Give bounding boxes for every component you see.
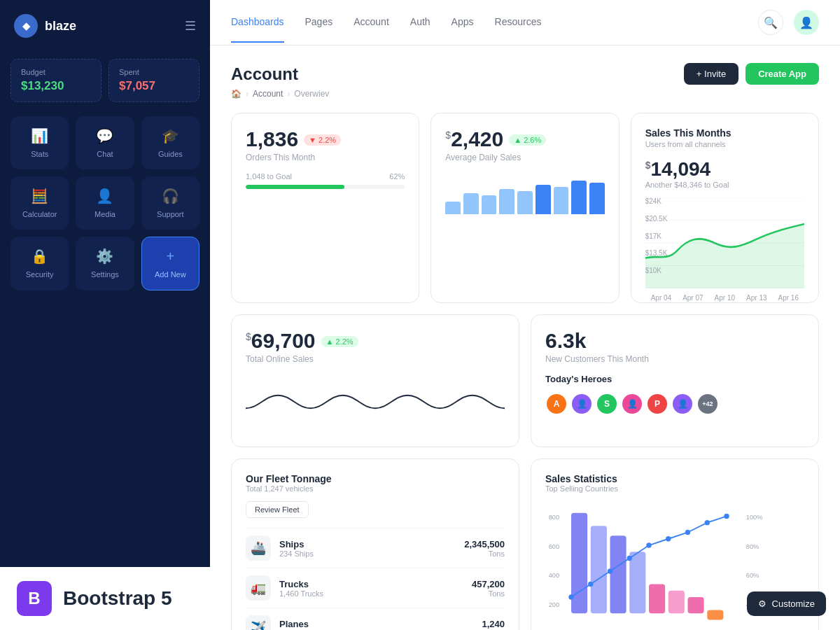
sidebar-item-guides[interactable]: 🎓 Guides [141, 116, 200, 169]
daily-sales-value: $2,420 [445, 127, 503, 151]
y-label: $17K [645, 232, 668, 240]
svg-text:400: 400 [549, 572, 559, 579]
fleet-value: 457,200 Tons [472, 579, 505, 598]
fleet-info: Planes 8 Aircrafts [279, 619, 473, 631]
x-label: Apr 04 [651, 294, 671, 302]
online-sales-value: $69,700 [246, 329, 316, 353]
page-title-row: Account + Invite Create App [231, 63, 819, 85]
topnav-link-resources[interactable]: Resources [495, 2, 542, 43]
chat-icon: 💬 [96, 127, 113, 144]
topnav-link-apps[interactable]: Apps [451, 2, 474, 43]
online-sales-number-row: $69,700 ▲ 2.2% [246, 329, 505, 354]
x-label: Apr 16 [778, 294, 799, 302]
fleet-value: 1,240 Tons [482, 619, 505, 631]
settings-icon: ⚙️ [96, 248, 113, 265]
mini-bar-5 [536, 185, 551, 214]
fleet-icon: ✈️ [246, 615, 271, 630]
y-label: $13.5K [645, 249, 668, 257]
online-sales-label: Total Online Sales [246, 354, 505, 364]
x-labels: Apr 04Apr 07Apr 10Apr 13Apr 16 [645, 294, 804, 302]
breadcrumb-account[interactable]: Account [253, 89, 283, 99]
create-app-button[interactable]: Create App [746, 63, 819, 85]
x-label: Apr 07 [682, 294, 703, 302]
topnav-link-dashboards[interactable]: Dashboards [231, 2, 284, 43]
settings-label: Settings [91, 270, 119, 279]
svg-text:600: 600 [549, 543, 559, 550]
nav-grid: 📊 Stats💬 Chat🎓 Guides🧮 Calculator👤 Media… [0, 116, 210, 290]
page-content: Account + Invite Create App 🏠 › Account … [210, 46, 840, 630]
fleet-count: 234 Ships [279, 550, 456, 558]
mini-bar-8 [589, 183, 605, 214]
mini-bar-3 [499, 189, 514, 214]
budget-label: Budget [21, 68, 91, 76]
mini-bar-4 [517, 191, 533, 214]
fleet-row: ✈️ Planes 8 Aircrafts 1,240 Tons [246, 608, 505, 630]
chat-label: Chat [97, 150, 113, 158]
heroes-title: Today's Heroes [545, 374, 804, 384]
page-title: Account [231, 64, 298, 84]
second-row: $69,700 ▲ 2.2% Total Online Sales 6.3k N… [231, 314, 819, 447]
nav-links: DashboardsPagesAccountAuthAppsResources [231, 2, 541, 43]
svg-text:100%: 100% [746, 514, 763, 521]
customize-icon: ⚙ [758, 598, 766, 609]
svg-rect-12 [629, 552, 645, 613]
add-new-label: Add New [155, 270, 186, 279]
topnav-right: 🔍 👤 [758, 10, 819, 35]
sales-month-number: $14,094 [645, 158, 804, 181]
breadcrumb: 🏠 › Account › Overwiev [231, 89, 819, 99]
sidebar-item-chat[interactable]: 💬 Chat [76, 116, 134, 169]
bottom-row: Our Fleet Tonnage Total 1,247 vehicles R… [231, 458, 819, 630]
app-name: blaze [45, 19, 76, 34]
mini-bar-7 [571, 181, 587, 214]
sales-stats-sub: Top Selling Countries [545, 484, 804, 493]
mini-bar-1 [463, 193, 479, 214]
sidebar-item-calculator[interactable]: 🧮 Calculator [10, 176, 69, 230]
page-actions: + Invite Create App [684, 63, 819, 85]
fleet-unit: Tons [464, 550, 505, 558]
guides-label: Guides [158, 150, 183, 158]
search-button[interactable]: 🔍 [758, 10, 783, 35]
online-sales-badge: ▲ 2.2% [321, 336, 358, 347]
topnav-link-auth[interactable]: Auth [410, 2, 430, 43]
sidebar-item-stats[interactable]: 📊 Stats [10, 116, 69, 169]
sidebar-menu-icon[interactable]: ☰ [185, 18, 196, 34]
calculator-icon: 🧮 [31, 188, 48, 204]
stats-icon: 📊 [31, 127, 48, 144]
fleet-num: 1,240 [482, 619, 505, 629]
daily-sales-number-row: $2,420 ▲ 2.6% [445, 127, 604, 153]
sidebar-item-media[interactable]: 👤 Media [76, 176, 134, 230]
support-icon: 🎧 [162, 188, 179, 204]
logo-area: ◆ blaze [14, 14, 76, 38]
hero-avatar-1: 👤 [570, 393, 593, 415]
fleet-num: 2,345,500 [464, 539, 505, 550]
orders-badge: ▼ 2.2% [304, 134, 341, 146]
sidebar-item-settings[interactable]: ⚙️ Settings [76, 237, 134, 290]
fleet-name: Planes [279, 619, 473, 629]
daily-sales-badge: ▲ 2.6% [509, 134, 546, 146]
review-fleet-button[interactable]: Review Fleet [246, 501, 309, 518]
sidebar-item-security[interactable]: 🔒 Security [10, 237, 69, 290]
sidebar-item-add-new[interactable]: + Add New [141, 237, 200, 290]
daily-sales-card: $2,420 ▲ 2.6% Average Daily Sales [430, 113, 619, 303]
fleet-info: Ships 234 Ships [279, 539, 456, 558]
orders-card: 1,836 ▼ 2.2% Orders This Month 1,048 to … [231, 113, 419, 303]
fleet-card: Our Fleet Tonnage Total 1,247 vehicles R… [231, 458, 519, 630]
guides-icon: 🎓 [162, 127, 179, 144]
topnav-link-account[interactable]: Account [354, 2, 389, 43]
budget-card: Budget $13,230 [10, 59, 102, 102]
budget-value: $13,230 [21, 79, 91, 93]
fleet-info: Trucks 1,460 Trucks [279, 579, 463, 598]
topnav-link-pages[interactable]: Pages [305, 2, 333, 43]
notification-button[interactable]: 👤 [794, 10, 819, 35]
invite-button[interactable]: + Invite [684, 63, 738, 85]
security-icon: 🔒 [31, 248, 48, 265]
progress-fill [246, 185, 344, 189]
budget-cards: Budget $13,230 Spent $7,057 [0, 52, 210, 116]
add-new-icon: + [166, 248, 174, 265]
hero-avatar-3: 👤 [621, 393, 643, 415]
sidebar-item-support[interactable]: 🎧 Support [141, 176, 200, 230]
customize-button[interactable]: ⚙ Customize [747, 592, 826, 616]
fleet-icon: 🚢 [246, 536, 271, 561]
svg-text:200: 200 [549, 601, 559, 608]
security-label: Security [26, 270, 54, 279]
